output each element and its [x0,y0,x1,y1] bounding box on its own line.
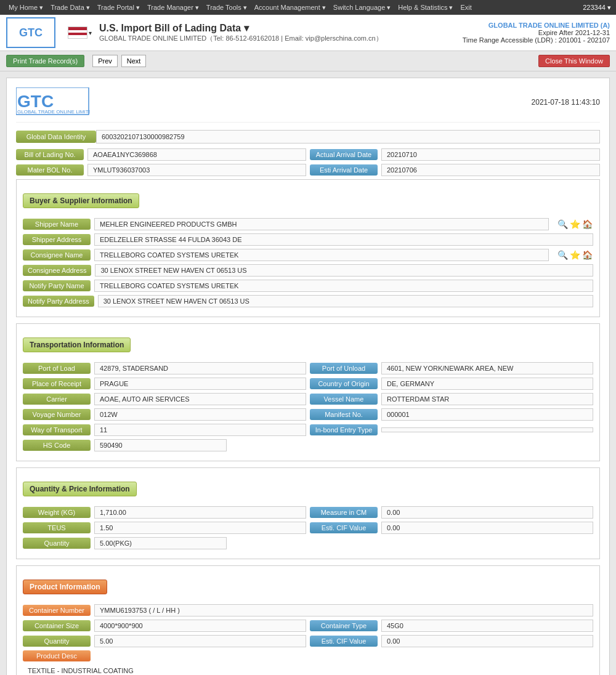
consignee-name-row: Consignee Name TRELLEBORG COATED SYSTEMS… [23,249,593,261]
actual-arrival-label: Actual Arrival Date [310,149,378,160]
notify-party-address-label: Notify Party Address [23,296,94,307]
title-area: U.S. Import Bill of Lading Data ▾ GLOBAL… [99,22,463,43]
bol-label: Bill of Lading No. [16,149,84,160]
close-button-top[interactable]: Close This Window [538,55,610,67]
nav-account-management[interactable]: Account Management ▾ [251,4,330,12]
notify-party-name-value: TRELLEBORG COATED SYSTEMS URETEK [94,280,593,292]
voyage-number-value: 012W [94,408,306,421]
teus-value: 1.50 [94,522,306,534]
svg-text:GLOBAL TRADE ONLINE LIMITED: GLOBAL TRADE ONLINE LIMITED [17,109,90,115]
prev-button-top[interactable]: Prev [92,55,118,67]
gtc-logo-svg: GTC GLOBAL TRADE ONLINE LIMITED [16,87,90,115]
nav-switch-language[interactable]: Switch Language ▾ [330,4,394,12]
container-size-row: Container Size 4000*900*900 Container Ty… [23,620,593,632]
record-card: GTC GLOBAL TRADE ONLINE LIMITED 2021-07-… [6,78,610,675]
carrier-row: Carrier AOAE, AUTO AIR SERVICES Vessel N… [23,393,593,405]
star-icon[interactable]: ⭐ [569,218,581,230]
global-data-identity-label: Global Data Identity [16,131,96,143]
way-of-transport-row: Way of Transport 11 In-bond Entry Type [23,424,593,436]
transportation-section: Transportation Information Port of Load … [16,323,600,461]
notify-party-address-row: Notify Party Address 30 LENOX STREET NEW… [23,295,593,307]
product-esti-cif-label: Esti. CIF Value [310,636,378,647]
transportation-title: Transportation Information [23,330,593,357]
mater-bol-row: Mater BOL No. YMLUT936037003 Esti Arriva… [16,164,600,176]
expire-date: Expire After 2021-12-31 [463,29,610,36]
port-of-unload-label: Port of Unload [310,363,378,374]
hs-code-row: HS Code 590490 [23,439,593,451]
nav-my-home[interactable]: My Home ▾ [5,4,47,12]
logo-area: GTC [6,17,55,48]
port-of-load-row: Port of Load 42879, STADERSAND Port of U… [23,362,593,374]
logo-box: GTC [6,17,55,48]
notify-party-name-label: Notify Party Name [23,280,91,291]
transportation-header: Transportation Information [23,338,131,352]
shipper-name-row: Shipper Name MEHLER ENGINEERED PRODUCTS … [23,218,593,230]
voyage-number-label: Voyage Number [23,409,91,420]
product-desc-value: TEXTILE - INDUSTRIAL COATING [23,665,139,675]
nav-trade-manager[interactable]: Trade Manager ▾ [144,4,203,12]
consignee-icons: 🔍 ⭐ 🏠 [556,249,593,261]
consignee-address-value: 30 LENOX STREET NEW HAVEN CT 06513 US [95,264,593,277]
esti-cif-value: 0.00 [381,522,593,534]
teus-label: TEUS [23,522,91,533]
consignee-address-label: Consignee Address [23,265,91,276]
vessel-name-value: ROTTERDAM STAR [381,393,593,405]
port-of-load-label: Port of Load [23,363,91,374]
container-size-label: Container Size [23,620,91,631]
esti-cif-label: Esti. CIF Value [310,522,378,533]
country-of-origin-value: DE, GERMANY [381,378,593,390]
mater-bol-label: Mater BOL No. [16,164,84,176]
consignee-home-icon[interactable]: 🏠 [581,249,593,261]
next-button-top[interactable]: Next [121,55,147,67]
nav-trade-data[interactable]: Trade Data ▾ [47,4,94,12]
buyer-supplier-title: Buyer & Supplier Information [23,186,593,213]
hs-code-value: 590490 [94,439,227,451]
us-flag [68,26,87,39]
manifest-no-label: Manifest No. [310,409,378,420]
consignee-name-label: Consignee Name [23,249,91,261]
in-bond-entry-type-label: In-bond Entry Type [310,424,378,435]
quantity-value: 5.00(PKG) [94,537,227,549]
record-date: 2021-07-18 11:43:10 [532,98,600,107]
account-name: GLOBAL TRADE ONLINE LIMITED (A) [463,22,610,29]
product-desc-label: Product Desc [23,650,91,661]
card-header: GTC GLOBAL TRADE ONLINE LIMITED 2021-07-… [16,87,600,123]
measure-cm-value: 0.00 [381,506,593,519]
consignee-search-icon[interactable]: 🔍 [556,249,569,261]
country-of-origin-label: Country of Origin [310,378,378,389]
nav-trade-tools[interactable]: Trade Tools ▾ [203,4,251,12]
account-info: GLOBAL TRADE ONLINE LIMITED (A) Expire A… [463,22,610,44]
quantity-price-title: Quantity & Price Information [23,474,593,501]
product-esti-cif-value: 0.00 [381,635,593,647]
consignee-star-icon[interactable]: ⭐ [569,249,581,261]
container-size-value: 4000*900*900 [94,620,306,632]
nav-help-statistics[interactable]: Help & Statistics ▾ [394,4,456,12]
shipper-address-label: Shipper Address [23,234,91,245]
way-of-transport-label: Way of Transport [23,424,91,435]
product-desc-header-row: Product Desc [23,650,593,661]
time-range: Time Range Accessible (LDR) : 201001 - 2… [463,36,610,44]
flag-dropdown[interactable]: ▾ [89,30,92,36]
nav-group-top: Prev Next [91,55,148,67]
weight-value: 1,710.00 [94,506,306,519]
main-content: GTC GLOBAL TRADE ONLINE LIMITED 2021-07-… [0,71,616,675]
nav-exit[interactable]: Exit [456,4,475,11]
top-navigation: My Home ▾ Trade Data ▾ Trade Portal ▾ Tr… [0,0,616,15]
product-desc-value-row: TEXTILE - INDUSTRIAL COATING [23,665,593,675]
carrier-label: Carrier [23,394,91,405]
search-icon[interactable]: 🔍 [556,218,569,230]
home-icon[interactable]: 🏠 [581,218,593,230]
quantity-label: Quantity [23,538,91,549]
svg-text:GTC: GTC [17,92,54,111]
user-id[interactable]: 223344 ▾ [583,4,611,12]
product-header: Product Information [23,580,107,594]
shipper-icons: 🔍 ⭐ 🏠 [556,218,593,230]
container-type-label: Container Type [310,620,378,631]
weight-label: Weight (KG) [23,507,91,518]
logo-text: GTC [19,26,43,39]
consignee-name-value: TRELLEBORG COATED SYSTEMS URETEK [94,249,549,261]
nav-trade-portal[interactable]: Trade Portal ▾ [94,4,144,12]
product-quantity-row: Quantity 5.00 Esti. CIF Value 0.00 [23,635,593,647]
print-button-top[interactable]: Print Trade Record(s) [6,55,84,67]
manifest-no-value: 000001 [381,408,593,421]
